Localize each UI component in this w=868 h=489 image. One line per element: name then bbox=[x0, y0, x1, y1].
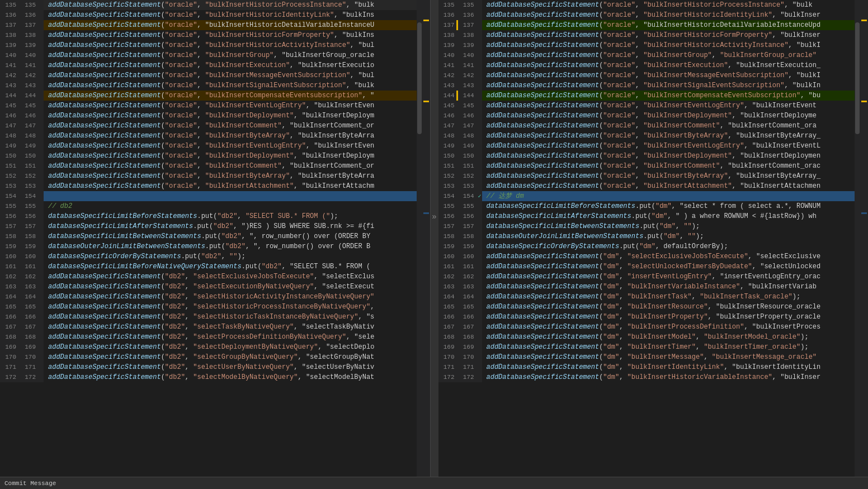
table-row: 135135addDatabaseSpecificStatement("orac… bbox=[0, 0, 417, 10]
table-row: 158158databaseOuterJoinLimitBetweenState… bbox=[438, 231, 855, 241]
line-content: addDatabaseSpecificStatement("dm", "bulk… bbox=[482, 322, 855, 332]
left-scrollbar[interactable] bbox=[417, 0, 422, 477]
line-number-2: 149 bbox=[458, 141, 478, 151]
line-number: 168 bbox=[438, 332, 458, 342]
table-row: 154154 bbox=[0, 191, 417, 201]
line-number: 158 bbox=[438, 231, 458, 241]
line-content: addDatabaseSpecificStatement("oracle", "… bbox=[482, 171, 855, 181]
line-content: databaseOuterJoinLimitBetweenStatements.… bbox=[44, 241, 417, 251]
line-content: databaseSpecificLimitBeforeNativeQuerySt… bbox=[44, 262, 417, 272]
line-number-2: 165 bbox=[458, 302, 478, 312]
line-number-2: 141 bbox=[20, 60, 39, 70]
line-indicator bbox=[478, 221, 482, 231]
line-number-2: 167 bbox=[458, 322, 478, 332]
line-content: addDatabaseSpecificStatement("oracle", "… bbox=[44, 141, 417, 151]
line-indicator bbox=[478, 362, 482, 372]
line-content: addDatabaseSpecificStatement("oracle", "… bbox=[44, 101, 417, 111]
commit-message-label: Commit Message bbox=[4, 480, 56, 487]
line-indicator bbox=[39, 131, 44, 141]
line-number: 172 bbox=[438, 372, 458, 382]
table-row: 157157databaseSpecificLimitAfterStatemen… bbox=[0, 221, 417, 231]
line-content: addDatabaseSpecificStatement("db2", "sel… bbox=[44, 292, 417, 302]
line-number: 143 bbox=[438, 80, 458, 91]
table-row: 138138addDatabaseSpecificStatement("orac… bbox=[0, 30, 417, 40]
line-number: 142 bbox=[438, 70, 458, 80]
line-number-2: 151 bbox=[458, 161, 478, 171]
line-content: addDatabaseSpecificStatement("oracle", "… bbox=[44, 181, 417, 191]
right-code-area[interactable]: 135135addDatabaseSpecificStatement("orac… bbox=[438, 0, 855, 477]
line-number-2: 137 bbox=[20, 20, 39, 30]
line-indicator bbox=[478, 352, 482, 362]
line-number-2: 162 bbox=[20, 272, 39, 282]
line-number: 139 bbox=[0, 40, 20, 50]
line-content: addDatabaseSpecificStatement("dm", "sele… bbox=[482, 262, 855, 272]
table-row: 164164addDatabaseSpecificStatement("db2"… bbox=[0, 292, 417, 302]
line-number-2: 140 bbox=[20, 50, 39, 60]
line-content: addDatabaseSpecificStatement("oracle", "… bbox=[44, 70, 417, 80]
table-row: 172172addDatabaseSpecificStatement("dm",… bbox=[438, 372, 855, 382]
line-number-2: 150 bbox=[20, 151, 39, 161]
line-content: addDatabaseSpecificStatement("oracle", "… bbox=[44, 40, 417, 50]
line-number-2: 168 bbox=[20, 332, 39, 342]
line-content: addDatabaseSpecificStatement("dm", "bulk… bbox=[482, 282, 855, 292]
table-row: 154154✓// 达梦 dm bbox=[438, 191, 855, 201]
line-number-2: 143 bbox=[458, 80, 478, 91]
line-indicator bbox=[39, 362, 44, 372]
table-row: 139139addDatabaseSpecificStatement("orac… bbox=[438, 40, 855, 50]
line-content: addDatabaseSpecificStatement("db2", "sel… bbox=[44, 282, 417, 292]
line-content: addDatabaseSpecificStatement("oracle", "… bbox=[482, 131, 855, 141]
right-scrollbar[interactable] bbox=[855, 0, 860, 477]
line-number-2: 170 bbox=[20, 352, 39, 362]
line-number-2: 163 bbox=[20, 282, 39, 292]
line-number-2: 147 bbox=[20, 121, 39, 131]
line-content: addDatabaseSpecificStatement("oracle", "… bbox=[44, 0, 417, 10]
commit-message-bar: Commit Message bbox=[0, 477, 868, 489]
line-content: addDatabaseSpecificStatement("dm", "bulk… bbox=[482, 342, 855, 352]
line-indicator bbox=[39, 221, 44, 231]
line-indicator bbox=[39, 111, 44, 121]
line-number: 145 bbox=[438, 101, 458, 111]
line-content: addDatabaseSpecificStatement("oracle", "… bbox=[482, 161, 855, 171]
table-row: 162162addDatabaseSpecificStatement("db2"… bbox=[0, 272, 417, 282]
line-number: 167 bbox=[438, 322, 458, 332]
line-number: 144 bbox=[0, 91, 20, 101]
line-indicator bbox=[39, 141, 44, 151]
line-number-2: 169 bbox=[458, 342, 478, 352]
line-number: 158 bbox=[0, 231, 20, 241]
line-content: addDatabaseSpecificStatement("oracle", "… bbox=[44, 20, 417, 30]
line-content: addDatabaseSpecificStatement("oracle", "… bbox=[44, 50, 417, 60]
line-number: 143 bbox=[0, 80, 20, 91]
table-row: 168168addDatabaseSpecificStatement("dm",… bbox=[438, 332, 855, 342]
line-number: 157 bbox=[0, 221, 20, 231]
line-number: 152 bbox=[438, 171, 458, 181]
line-number-2: 140 bbox=[458, 50, 478, 60]
table-row: 170170addDatabaseSpecificStatement("db2"… bbox=[0, 352, 417, 362]
line-number-2: 135 bbox=[458, 0, 478, 10]
line-number-2: 159 bbox=[458, 241, 478, 251]
line-number: 165 bbox=[438, 302, 458, 312]
line-number-2: 166 bbox=[20, 312, 39, 322]
line-number-2: 169 bbox=[20, 342, 39, 352]
line-content: addDatabaseSpecificStatement("dm", "sele… bbox=[482, 251, 855, 262]
line-indicator bbox=[478, 272, 482, 282]
line-indicator bbox=[478, 161, 482, 171]
left-code-area[interactable]: 135135addDatabaseSpecificStatement("orac… bbox=[0, 0, 417, 477]
line-number: 161 bbox=[0, 262, 20, 272]
line-number: 149 bbox=[0, 141, 20, 151]
line-indicator bbox=[39, 272, 44, 282]
line-number-2: 143 bbox=[20, 80, 39, 91]
line-number: 160 bbox=[0, 251, 20, 262]
table-row: 145145addDatabaseSpecificStatement("orac… bbox=[438, 101, 855, 111]
line-indicator bbox=[39, 352, 44, 362]
line-number: 162 bbox=[0, 272, 20, 282]
diff-arrow-icon[interactable]: » bbox=[432, 212, 436, 221]
line-number: 154 bbox=[0, 191, 20, 201]
line-content: addDatabaseSpecificStatement("oracle", "… bbox=[482, 60, 855, 70]
line-number-2: 136 bbox=[20, 10, 39, 20]
diff-main: 135135addDatabaseSpecificStatement("orac… bbox=[0, 0, 868, 477]
diff-divider: » bbox=[431, 0, 438, 477]
line-number-2: 146 bbox=[20, 111, 39, 121]
line-number-2: 150 bbox=[458, 151, 478, 161]
table-row: 146146addDatabaseSpecificStatement("orac… bbox=[0, 111, 417, 121]
line-number: 151 bbox=[0, 161, 20, 171]
